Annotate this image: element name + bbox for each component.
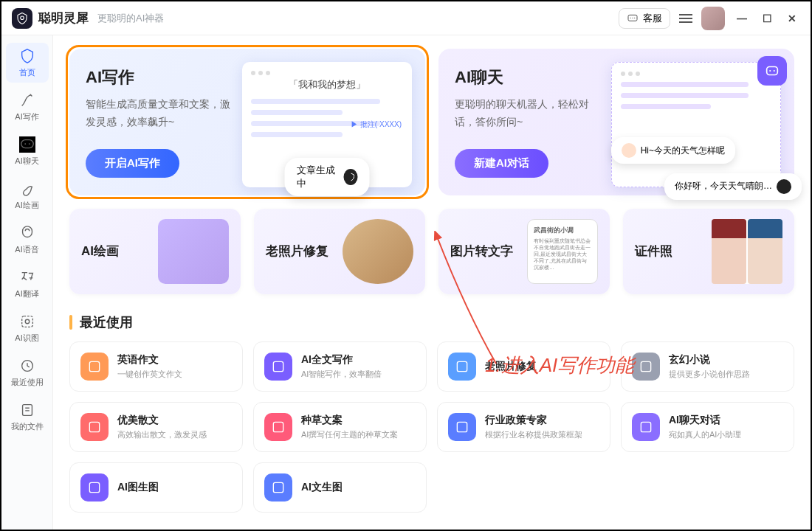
recent-icon	[80, 353, 109, 381]
hero-chat-title: AI聊天	[455, 66, 600, 88]
write-icon	[18, 91, 36, 109]
hero-chat-desc: 更聪明的聊天机器人，轻松对话，答你所问~	[455, 96, 600, 131]
svg-point-4	[634, 17, 635, 18]
svg-rect-22	[457, 422, 467, 431]
svg-point-0	[21, 16, 24, 20]
svg-rect-23	[641, 422, 650, 431]
svg-point-3	[632, 17, 633, 18]
start-ai-write-button[interactable]: 开启AI写作	[86, 149, 179, 178]
recent-img2img[interactable]: AI图生图	[69, 462, 243, 513]
recent-icon	[80, 473, 109, 502]
sidebar-item-translate[interactable]: AI翻译	[6, 264, 49, 304]
app-logo: 聪明灵犀	[12, 8, 89, 29]
id-thumb	[712, 219, 782, 284]
svg-rect-21	[273, 422, 283, 431]
ocr-thumb: 武昌街的小调有时候到重庆随笔书总会不自觉地跑武昌街去走一回,最近发现武昌街大大不…	[527, 219, 598, 284]
generating-chip: 文章生成中	[285, 158, 370, 196]
new-chat-button[interactable]: 新建AI对话	[455, 149, 548, 178]
minimize-button[interactable]: —	[734, 10, 750, 27]
svg-rect-19	[641, 361, 650, 371]
svg-point-8	[28, 143, 30, 145]
sidebar: 首页AI写作AI聊天AI绘画AI语音AI翻译AI识图最近使用我的文件	[1, 35, 53, 531]
recent-section-header: 最近使用	[69, 313, 794, 331]
svg-rect-24	[89, 482, 99, 492]
app-tagline: 更聪明的AI神器	[97, 12, 164, 25]
recent-icon	[264, 353, 292, 381]
svg-point-10	[25, 319, 30, 324]
chat-icon	[627, 13, 639, 24]
sidebar-item-files[interactable]: 我的文件	[6, 397, 49, 437]
hero-ai-write[interactable]: AI写作 智能生成高质量文章和文案，激发灵感，效率飙升~ 开启AI写作 AI 「…	[69, 49, 425, 195]
maximize-button[interactable]: ☐	[759, 10, 775, 27]
svg-rect-18	[457, 361, 467, 371]
home-icon	[18, 47, 36, 65]
chat-bubble-ai: 你好呀，今天天气晴朗…	[664, 173, 802, 200]
feature-ocr[interactable]: 图片转文字武昌街的小调有时候到重庆随笔书总会不自觉地跑武昌街去走一回,最近发现武…	[438, 209, 610, 294]
recent-icon	[448, 413, 476, 441]
recent-icon	[18, 357, 36, 375]
svg-rect-13	[767, 67, 778, 75]
hero-write-title: AI写作	[86, 66, 231, 88]
recent-policy[interactable]: 行业政策专家根据行业名称提供政策框架	[437, 402, 610, 452]
paint-thumb	[158, 219, 229, 284]
recent-novel[interactable]: 玄幻小说提供更多小说创作思路	[621, 341, 794, 392]
sidebar-item-chat[interactable]: AI聊天	[6, 131, 49, 171]
feature-paint[interactable]: AI绘画	[69, 209, 241, 294]
svg-point-15	[774, 70, 775, 72]
recent-icon	[448, 353, 476, 381]
feature-restore[interactable]: 老照片修复	[254, 209, 425, 294]
recent-icon	[632, 353, 660, 381]
voice-icon	[18, 224, 36, 242]
sidebar-item-voice[interactable]: AI语音	[6, 220, 49, 260]
recent-grass[interactable]: 种草文案AI撰写任何主题的种草文案	[253, 402, 427, 452]
feature-idphoto[interactable]: 证件照	[623, 209, 794, 294]
main-content: AI写作 智能生成高质量文章和文案，激发灵感，效率飙升~ 开启AI写作 AI 「…	[53, 35, 811, 531]
close-button[interactable]: ✕	[784, 10, 800, 27]
recent-grid: 英语作文一键创作英文作文AI全文写作AI智能写作，效率翻倍老照片修复玄幻小说提供…	[69, 341, 794, 513]
sidebar-item-write[interactable]: AI写作	[6, 87, 49, 127]
chat-bot-icon	[757, 56, 787, 86]
sidebar-item-home[interactable]: 首页	[6, 43, 49, 83]
svg-point-7	[24, 143, 26, 145]
recent-txt2img[interactable]: AI文生图	[253, 462, 427, 513]
chat-icon	[18, 136, 36, 153]
recent-icon	[632, 413, 660, 441]
recent-old[interactable]: 老照片修复	[437, 341, 610, 392]
svg-rect-20	[89, 422, 99, 431]
title-bar: 聪明灵犀 更聪明的AI神器 客服 — ☐ ✕	[1, 1, 811, 35]
chat-bubble-user: Hi~今天的天气怎样呢	[611, 137, 735, 164]
recent-eng[interactable]: 英语作文一键创作英文作文	[69, 341, 243, 392]
svg-rect-12	[22, 405, 32, 416]
ocr-icon	[18, 313, 36, 330]
recent-icon	[80, 413, 109, 441]
chat-preview-window	[611, 62, 781, 187]
svg-point-2	[630, 17, 631, 18]
logo-icon	[12, 8, 32, 29]
sidebar-item-paint[interactable]: AI绘画	[6, 176, 49, 215]
hero-ai-chat[interactable]: AI聊天 更聪明的聊天机器人，轻松对话，答你所问~ 新建AI对话 Hi~今天的天…	[438, 49, 794, 195]
photo-thumb	[343, 219, 413, 284]
write-preview-window: 「我和我的梦想」 ▶ 批注( XXXX) 文章生成中	[242, 62, 412, 187]
hero-write-desc: 智能生成高质量文章和文案，激发灵感，效率飙升~	[86, 96, 231, 131]
recent-prose[interactable]: 优美散文高效输出散文，激发灵感	[69, 402, 243, 452]
svg-rect-16	[89, 361, 99, 371]
recent-dlg[interactable]: AI聊天对话宛如真人的AI小助理	[621, 402, 794, 452]
app-name: 聪明灵犀	[38, 10, 89, 27]
recent-icon	[264, 473, 292, 502]
files-icon	[18, 401, 36, 419]
translate-icon	[18, 268, 36, 286]
feature-row: AI绘画老照片修复图片转文字武昌街的小调有时候到重庆随笔书总会不自觉地跑武昌街去…	[69, 209, 794, 294]
sidebar-item-recent[interactable]: 最近使用	[6, 353, 49, 392]
svg-rect-25	[273, 482, 283, 492]
svg-rect-9	[21, 316, 32, 327]
recent-icon	[264, 413, 292, 441]
support-button[interactable]: 客服	[619, 8, 670, 29]
avatar[interactable]	[701, 7, 725, 30]
recent-full[interactable]: AI全文写作AI智能写作，效率翻倍	[253, 341, 427, 392]
svg-point-14	[769, 70, 771, 72]
header-actions: 客服 — ☐ ✕	[619, 7, 800, 30]
sidebar-item-ocr[interactable]: AI识图	[6, 308, 49, 348]
svg-rect-17	[273, 361, 283, 371]
menu-icon[interactable]	[679, 14, 692, 23]
paint-icon	[18, 180, 36, 198]
